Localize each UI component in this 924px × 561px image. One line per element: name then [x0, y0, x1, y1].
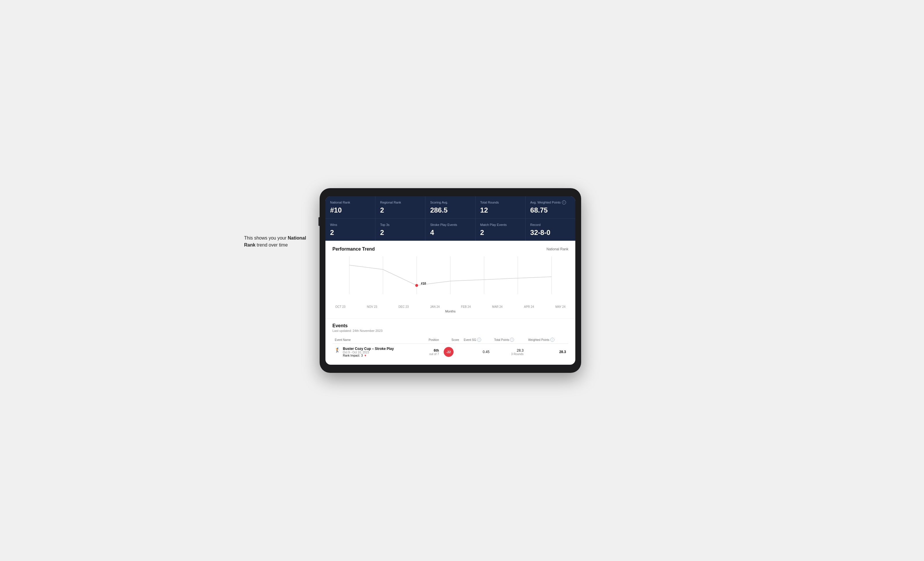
stat-total-rounds: Total Rounds 12 [476, 196, 525, 218]
svg-text:#10: #10 [421, 282, 426, 285]
chart-svg: #10 [332, 256, 568, 303]
stat-regional-rank-value: 2 [380, 206, 420, 214]
score-badge: -22 [444, 347, 454, 357]
stats-row-1: National Rank #10 Regional Rank 2 Scorin… [326, 196, 575, 218]
event-name-cell: 🏌️ Buster Cozy Cup – Stroke Play Oct 9 -… [335, 347, 418, 357]
td-score: -22 [441, 344, 461, 361]
stat-record-value: 32-8-0 [530, 229, 571, 236]
events-table-head: Event Name Position Score Event SG i [332, 336, 568, 344]
stat-scoring-avg-value: 286.5 [430, 206, 470, 214]
events-title: Events [332, 323, 568, 328]
col-position: Position [420, 336, 441, 344]
total-points-value: 28.3 [494, 349, 524, 353]
stat-avg-weighted-points-value: 68.75 [530, 206, 571, 214]
performance-header: Performance Trend National Rank [332, 247, 568, 252]
stat-match-play-events-value: 2 [480, 229, 521, 236]
stat-stroke-play-events: Stroke Play Events 4 [425, 218, 475, 241]
stat-wins-label: Wins [330, 223, 370, 227]
event-type-icon: 🏌️ [335, 347, 340, 353]
stat-top3s: Top 3s 2 [375, 218, 425, 241]
x-label-apr24: APR 24 [524, 305, 534, 308]
td-event-name: 🏌️ Buster Cozy Cup – Stroke Play Oct 9 -… [332, 344, 420, 361]
tablet: National Rank #10 Regional Rank 2 Scorin… [320, 188, 581, 373]
x-label-jan24: JAN 24 [430, 305, 440, 308]
col-event-name: Event Name [332, 336, 420, 344]
td-event-sg: 0.45 [461, 344, 492, 361]
svg-point-8 [415, 284, 418, 287]
stat-total-rounds-label: Total Rounds [480, 200, 521, 204]
stats-row-2: Wins 2 Top 3s 2 Stroke Play Events 4 [326, 218, 575, 241]
rank-impact-value: 3 [361, 354, 363, 357]
events-last-updated: Last updated: 24th November 2023 [332, 329, 568, 332]
total-points-rounds: 3 Rounds [494, 353, 524, 356]
events-section: Events Last updated: 24th November 2023 … [326, 318, 575, 365]
col-event-sg: Event SG i [461, 336, 492, 344]
col-weighted-points: Weighted Points i [526, 336, 568, 344]
rank-impact-label: Rank Impact: [343, 354, 360, 357]
x-label-may24: MAY 24 [555, 305, 566, 308]
annotation-text-after: trend over time [255, 242, 288, 247]
annotation-text-normal: This shows you your [244, 235, 288, 241]
stat-scoring-avg: Scoring Avg. 286.5 [425, 196, 475, 218]
stat-stroke-play-events-label: Stroke Play Events [430, 223, 470, 227]
chart-x-labels: OCT 23 NOV 23 DEC 23 JAN 24 FEB 24 MAR 2… [332, 305, 568, 308]
stat-national-rank-value: #10 [330, 206, 370, 214]
chart-x-title: Months [332, 310, 568, 313]
table-row: 🏌️ Buster Cozy Cup – Stroke Play Oct 9 -… [332, 344, 568, 361]
stat-match-play-events-label: Match Play Events [480, 223, 521, 227]
x-label-feb24: FEB 24 [461, 305, 471, 308]
total-points-info-icon[interactable]: i [510, 338, 514, 342]
x-label-nov23: NOV 23 [367, 305, 377, 308]
event-details: Buster Cozy Cup – Stroke Play Oct 9 - Oc… [343, 347, 394, 357]
position-value: 6th [423, 349, 439, 353]
events-table-body: 🏌️ Buster Cozy Cup – Stroke Play Oct 9 -… [332, 344, 568, 361]
stat-avg-weighted-points: Avg. Weighted Points i 68.75 [526, 196, 575, 218]
stat-record: Record 32-8-0 [526, 218, 575, 241]
stat-regional-rank: Regional Rank 2 [375, 196, 425, 218]
stat-stroke-play-events-value: 4 [430, 229, 470, 236]
stat-wins: Wins 2 [326, 218, 375, 241]
weighted-points-value: 28.3 [560, 350, 566, 354]
td-total-points: 28.3 3 Rounds [492, 344, 526, 361]
event-rank-impact: Rank Impact: 3 ▼ [343, 354, 394, 357]
annotation: This shows you your National Rank trend … [244, 235, 314, 248]
performance-section: Performance Trend National Rank [326, 241, 575, 318]
td-position: 6th out of 7 [420, 344, 441, 361]
scene: This shows you your National Rank trend … [302, 188, 622, 373]
col-total-points: Total Points i [492, 336, 526, 344]
event-name: Buster Cozy Cup – Stroke Play [343, 347, 394, 351]
performance-legend: National Rank [546, 247, 568, 251]
avg-weighted-info-icon[interactable]: i [562, 200, 566, 204]
performance-title: Performance Trend [332, 247, 375, 252]
stat-national-rank-label: National Rank [330, 200, 370, 204]
x-label-mar24: MAR 24 [492, 305, 502, 308]
stat-scoring-avg-label: Scoring Avg. [430, 200, 470, 204]
x-label-dec23: DEC 23 [399, 305, 409, 308]
position-sub: out of 7 [423, 353, 439, 356]
stat-top3s-label: Top 3s [380, 223, 420, 227]
stat-top3s-value: 2 [380, 229, 420, 236]
stat-wins-value: 2 [330, 229, 370, 236]
performance-chart: #10 [332, 256, 568, 303]
rank-impact-arrow-down-icon: ▼ [364, 354, 367, 357]
events-table-header-row: Event Name Position Score Event SG i [332, 336, 568, 344]
stat-national-rank: National Rank #10 [326, 196, 375, 218]
stat-match-play-events: Match Play Events 2 [476, 218, 525, 241]
event-date: Oct 9 - Oct 10, 2023 [343, 351, 394, 354]
stat-record-label: Record [530, 223, 571, 227]
col-score: Score [441, 336, 461, 344]
stat-avg-weighted-points-label: Avg. Weighted Points i [530, 200, 571, 204]
x-label-oct23: OCT 23 [335, 305, 345, 308]
events-header: Events Last updated: 24th November 2023 [332, 323, 568, 332]
tablet-screen: National Rank #10 Regional Rank 2 Scorin… [326, 196, 575, 365]
stat-regional-rank-label: Regional Rank [380, 200, 420, 204]
weighted-points-info-icon[interactable]: i [550, 338, 554, 342]
stat-total-rounds-value: 12 [480, 206, 521, 214]
event-sg-info-icon[interactable]: i [477, 338, 481, 342]
td-weighted-points: 28.3 [526, 344, 568, 361]
events-table: Event Name Position Score Event SG i [332, 336, 568, 360]
